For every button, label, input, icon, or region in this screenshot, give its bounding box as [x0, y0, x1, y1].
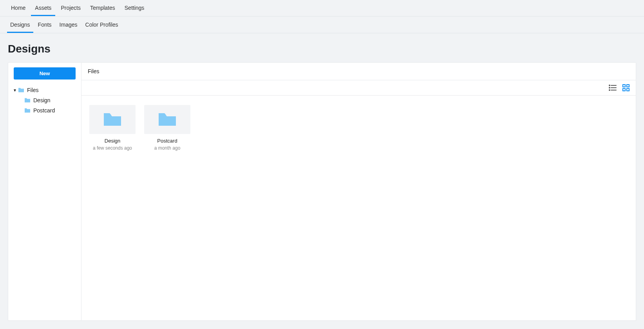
folder-time: a month ago — [144, 145, 190, 151]
folder-time: a few seconds ago — [89, 145, 136, 151]
content-layout: New ▼ Files Design Post — [0, 62, 644, 321]
nav-home[interactable]: Home — [7, 0, 29, 16]
svg-point-2 — [609, 87, 610, 88]
folder-icon — [24, 98, 31, 103]
new-button[interactable]: New — [14, 67, 76, 80]
list-view-button[interactable] — [608, 84, 617, 91]
subnav-fonts[interactable]: Fonts — [35, 16, 55, 33]
folder-name: Design — [89, 138, 136, 144]
folder-card-design[interactable]: Design a few seconds ago — [89, 105, 136, 151]
grid-view-button[interactable] — [622, 84, 630, 91]
folder-thumb — [144, 105, 190, 134]
tree-item-label: Design — [33, 97, 51, 103]
svg-point-0 — [609, 85, 610, 86]
sub-nav: Designs Fonts Images Color Profiles — [0, 16, 644, 33]
nav-settings[interactable]: Settings — [121, 0, 148, 16]
list-icon — [608, 84, 617, 91]
view-toolbar — [81, 80, 636, 96]
sidebar: New ▼ Files Design Post — [8, 62, 81, 321]
svg-rect-8 — [623, 89, 625, 91]
folder-icon — [18, 87, 25, 93]
folder-tree: ▼ Files Design Postcard — [11, 83, 78, 116]
tree-item-label: Postcard — [33, 107, 55, 114]
folder-icon — [24, 108, 31, 113]
svg-rect-6 — [623, 85, 625, 87]
main-panel: Files — [81, 62, 636, 321]
grid-icon — [622, 84, 630, 91]
subnav-designs[interactable]: Designs — [7, 16, 33, 33]
page-title: Designs — [0, 33, 644, 62]
top-nav: Home Assets Projects Templates Settings — [0, 0, 644, 16]
nav-projects[interactable]: Projects — [57, 0, 85, 16]
nav-assets[interactable]: Assets — [31, 0, 55, 16]
caret-down-icon: ▼ — [13, 88, 18, 92]
svg-rect-7 — [627, 85, 629, 87]
folder-grid: Design a few seconds ago Postcard a mont… — [81, 96, 636, 160]
tree-root-label: Files — [27, 87, 39, 93]
tree-item-design[interactable]: Design — [12, 95, 78, 105]
svg-rect-9 — [627, 89, 629, 91]
folder-icon — [103, 112, 122, 127]
folder-name: Postcard — [144, 138, 190, 144]
folder-thumb — [89, 105, 136, 134]
subnav-color-profiles[interactable]: Color Profiles — [82, 16, 121, 33]
svg-point-4 — [609, 90, 610, 90]
subnav-images[interactable]: Images — [56, 16, 81, 33]
folder-icon — [157, 112, 177, 127]
folder-card-postcard[interactable]: Postcard a month ago — [144, 105, 190, 151]
tree-item-postcard[interactable]: Postcard — [12, 105, 78, 116]
tree-root-files[interactable]: ▼ Files — [12, 85, 78, 95]
breadcrumb: Files — [81, 63, 636, 80]
nav-templates[interactable]: Templates — [86, 0, 119, 16]
